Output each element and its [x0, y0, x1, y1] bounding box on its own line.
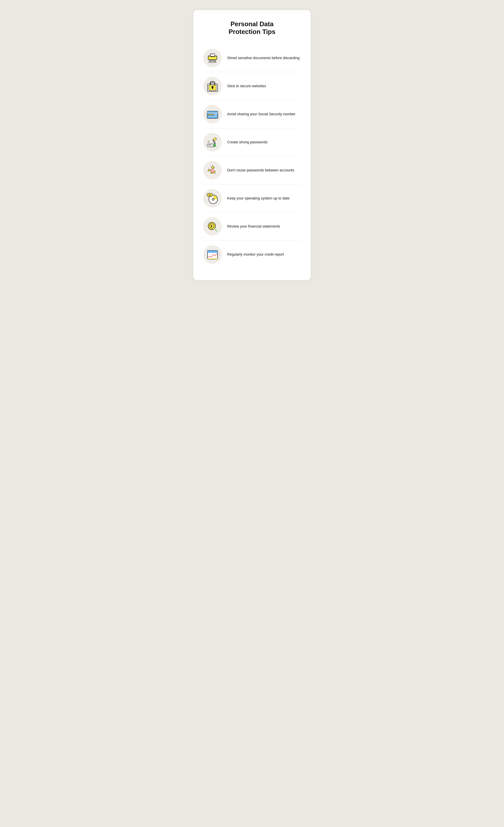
tip-item-financial: $ Review your financial statements — [203, 212, 301, 241]
shredder-icon — [203, 49, 222, 67]
tip-item-shred: Shred sensitive documents before discard… — [203, 44, 301, 72]
svg-rect-28 — [213, 138, 217, 141]
svg-text:$: $ — [209, 254, 210, 256]
svg-point-18 — [214, 114, 215, 115]
tip-text-shred: Shred sensitive documents before discard… — [227, 55, 300, 60]
svg-rect-45 — [207, 252, 217, 253]
svg-rect-3 — [211, 54, 213, 55]
password-icon: *** — [203, 133, 222, 151]
svg-text:***: *** — [208, 144, 211, 147]
lock-icon — [203, 77, 222, 95]
tip-text-financial: Review your financial statements — [227, 224, 280, 229]
svg-line-27 — [207, 142, 209, 143]
financial-icon: $ — [203, 217, 222, 236]
svg-line-26 — [208, 141, 209, 142]
svg-rect-46 — [207, 258, 217, 259]
svg-text:$: $ — [215, 254, 216, 256]
svg-point-19 — [216, 114, 217, 115]
main-card: Personal DataProtection Tips — [193, 10, 311, 280]
tip-text-strong-passwords: Create strong passwords — [227, 140, 267, 145]
svg-rect-16 — [207, 112, 218, 113]
svg-rect-17 — [208, 114, 213, 115]
recycle-password-icon — [203, 161, 222, 180]
tip-text-ssn: Avoid sharing your Social Security numbe… — [227, 111, 296, 116]
svg-rect-2 — [210, 54, 214, 56]
svg-text:OS: OS — [208, 194, 211, 196]
tip-item-reuse-passwords: Don't reuse passwords between accounts — [203, 156, 301, 184]
tip-item-credit: $ $ Regularly monitor your credit report — [203, 241, 301, 269]
svg-line-5 — [210, 60, 211, 63]
svg-line-42 — [214, 229, 217, 231]
svg-point-34 — [212, 199, 214, 200]
svg-line-8 — [214, 60, 214, 63]
card-icon — [203, 105, 222, 124]
tip-text-secure-websites: Stick to secure websites — [227, 84, 266, 89]
svg-rect-25 — [213, 141, 215, 144]
tip-text-credit: Regularly monitor your credit report — [227, 252, 284, 257]
tip-text-os-update: Keep your operating system up to date — [227, 196, 290, 201]
svg-line-9 — [215, 60, 216, 63]
svg-rect-20 — [208, 116, 217, 117]
tip-text-reuse-passwords: Don't reuse passwords between accounts — [227, 168, 294, 173]
tip-item-os-update: OS Keep your operating system up to date — [203, 184, 301, 212]
page-title: Personal DataProtection Tips — [203, 20, 301, 36]
tip-item-secure-websites: Stick to secure websites — [203, 72, 301, 100]
os-update-icon: OS — [203, 189, 222, 207]
svg-point-41 — [211, 226, 212, 226]
credit-report-icon: $ $ — [203, 245, 222, 264]
tip-item-ssn: Avoid sharing your Social Security numbe… — [203, 100, 301, 128]
svg-rect-13 — [212, 88, 213, 89]
svg-point-23 — [213, 144, 216, 147]
svg-line-4 — [209, 60, 209, 63]
tip-item-strong-passwords: *** Create strong passwords — [203, 128, 301, 156]
tips-list: Shred sensitive documents before discard… — [203, 44, 301, 269]
